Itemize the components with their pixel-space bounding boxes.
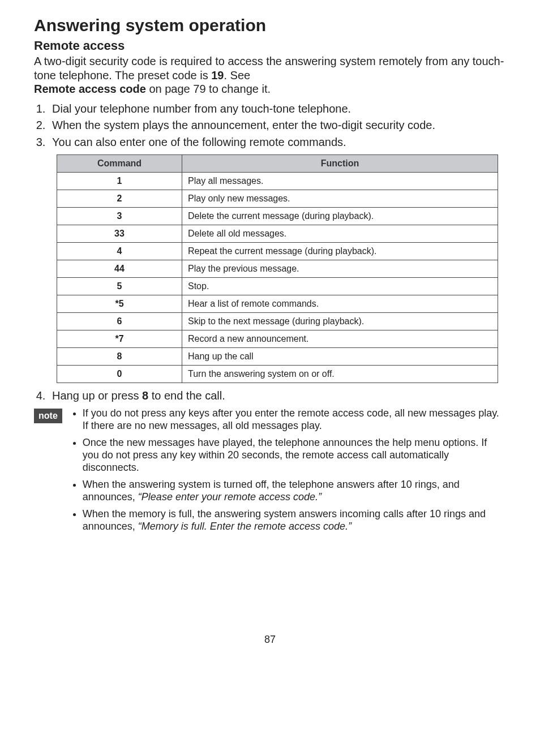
note-quote: “Please enter your remote access code.”	[138, 491, 322, 502]
cmd-cell: *7	[57, 330, 182, 347]
fn-cell: Repeat the current message (during playb…	[182, 242, 498, 260]
note-quote: “Memory is full. Enter the remote access…	[138, 521, 352, 532]
table-row: 6Skip to the next message (during playba…	[57, 312, 498, 330]
step-key: 8	[142, 389, 148, 402]
note-item: When the answering system is turned off,…	[83, 479, 506, 504]
note-item: If you do not press any keys after you e…	[83, 407, 506, 432]
cmd-cell: 0	[57, 365, 182, 383]
note-block: note If you do not press any keys after …	[34, 407, 506, 538]
fn-cell: Turn the answering system on or off.	[182, 365, 498, 383]
table-header-row: Command Function	[57, 154, 498, 172]
note-badge: note	[34, 409, 62, 423]
page-number: 87	[34, 634, 506, 646]
cmd-cell: 2	[57, 190, 182, 207]
section-heading: Remote access	[34, 38, 506, 53]
cmd-cell: 4	[57, 242, 182, 260]
table-row: *5Hear a list of remote commands.	[57, 295, 498, 312]
ref-remote-access-code: Remote access code	[34, 83, 146, 95]
fn-cell: Delete the current message (during playb…	[182, 207, 498, 225]
intro-text: on page 79 to change it.	[146, 83, 271, 95]
cmd-cell: 3	[57, 207, 182, 225]
intro-text: . See	[224, 69, 250, 81]
step-item: You can also enter one of the following …	[49, 135, 506, 150]
page-title: Answering system operation	[34, 16, 506, 35]
fn-cell: Play only new messages.	[182, 190, 498, 207]
table-row: 44Play the previous message.	[57, 260, 498, 277]
table-row: 0Turn the answering system on or off.	[57, 365, 498, 383]
fn-cell: Hear a list of remote commands.	[182, 295, 498, 312]
cmd-cell: 6	[57, 312, 182, 330]
command-table: Command Function 1Play all messages. 2Pl…	[57, 154, 498, 383]
note-item: Once the new messages have played, the t…	[83, 437, 506, 474]
preset-code: 19	[211, 69, 224, 81]
table-row: *7Record a new announcement.	[57, 330, 498, 347]
step-item: Hang up or press 8 to end the call.	[49, 389, 506, 403]
note-list: If you do not press any keys after you e…	[71, 407, 506, 538]
steps-list-continued: Hang up or press 8 to end the call.	[49, 389, 506, 403]
table-row: 8Hang up the call	[57, 347, 498, 365]
col-function: Function	[182, 154, 498, 172]
fn-cell: Record a new announcement.	[182, 330, 498, 347]
step-item: When the system plays the announcement, …	[49, 118, 506, 133]
col-command: Command	[57, 154, 182, 172]
step-text: Hang up or press	[52, 389, 142, 402]
fn-cell: Play the previous message.	[182, 260, 498, 277]
cmd-cell: 8	[57, 347, 182, 365]
step-text: to end the call.	[148, 389, 225, 402]
table-row: 4Repeat the current message (during play…	[57, 242, 498, 260]
fn-cell: Skip to the next message (during playbac…	[182, 312, 498, 330]
fn-cell: Play all messages.	[182, 172, 498, 190]
cmd-cell: 5	[57, 277, 182, 295]
fn-cell: Hang up the call	[182, 347, 498, 365]
cmd-cell: *5	[57, 295, 182, 312]
table-row: 33Delete all old messages.	[57, 225, 498, 242]
step-item: Dial your telephone number from any touc…	[49, 102, 506, 117]
intro-text: A two-digit security code is required to…	[34, 55, 504, 81]
table-row: 1Play all messages.	[57, 172, 498, 190]
cmd-cell: 44	[57, 260, 182, 277]
note-item: When the memory is full, the answering s…	[83, 508, 506, 533]
fn-cell: Stop.	[182, 277, 498, 295]
fn-cell: Delete all old messages.	[182, 225, 498, 242]
table-row: 5Stop.	[57, 277, 498, 295]
cmd-cell: 33	[57, 225, 182, 242]
table-row: 3Delete the current message (during play…	[57, 207, 498, 225]
steps-list: Dial your telephone number from any touc…	[49, 102, 506, 150]
intro-paragraph: A two-digit security code is required to…	[34, 54, 506, 96]
cmd-cell: 1	[57, 172, 182, 190]
table-row: 2Play only new messages.	[57, 190, 498, 207]
